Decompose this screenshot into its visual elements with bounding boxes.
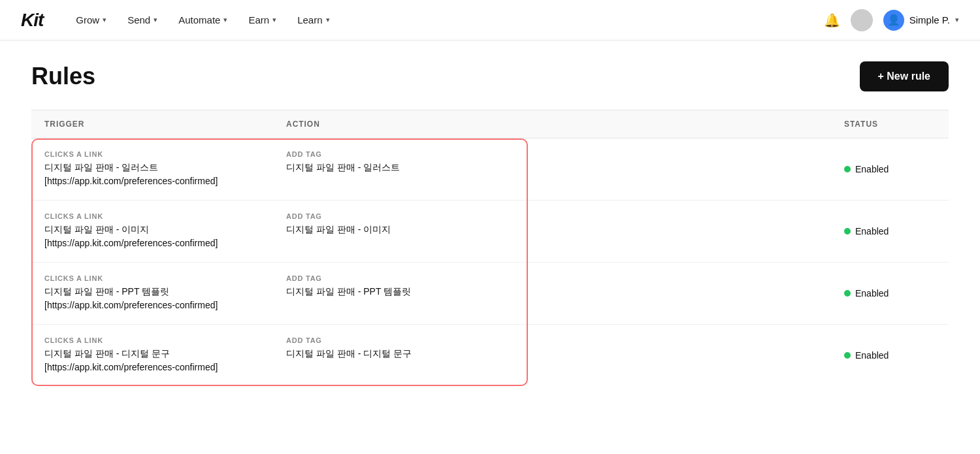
user-chevron-icon: ▾ — [955, 16, 959, 24]
spacer-cell — [528, 325, 831, 386]
nav-item-automate[interactable]: Automate ▾ — [169, 9, 237, 31]
spacer-cell — [528, 138, 831, 200]
nav-learn-label: Learn — [297, 14, 322, 25]
trigger-cell: CLICKS A LINK 디지털 파일 판매 - PPT 템플릿 [https… — [31, 263, 273, 324]
status-cell: Enabled — [831, 201, 949, 262]
nav-item-grow[interactable]: Grow ▾ — [67, 9, 116, 31]
status-text: Enabled — [855, 288, 889, 299]
status-dot — [844, 166, 851, 172]
trigger-cell: CLICKS A LINK 디지털 파일 판매 - 일러스트 [https://… — [31, 138, 273, 200]
chevron-down-icon: ▾ — [223, 16, 227, 24]
action-label: ADD TAG — [286, 274, 515, 282]
chevron-down-icon: ▾ — [103, 16, 106, 24]
nav-item-learn[interactable]: Learn ▾ — [288, 9, 338, 31]
trigger-cell: CLICKS A LINK 디지털 파일 판매 - 디지털 문구 [https:… — [31, 325, 273, 386]
status-cell: Enabled — [831, 138, 949, 200]
trigger-label: CLICKS A LINK — [44, 150, 260, 158]
table-row[interactable]: CLICKS A LINK 디지털 파일 판매 - 일러스트 [https://… — [31, 138, 949, 201]
action-value: 디지털 파일 판매 - 디지털 문구 — [286, 347, 515, 361]
action-cell: ADD TAG 디지털 파일 판매 - PPT 템플릿 — [273, 263, 528, 324]
status-text: Enabled — [855, 350, 889, 361]
status-text: Enabled — [855, 164, 889, 174]
spacer-cell — [528, 263, 831, 324]
navbar: Kit Grow ▾ Send ▾ Automate ▾ Earn ▾ Lear… — [0, 0, 980, 41]
page-header: Rules + New rule — [31, 61, 949, 91]
status-text: Enabled — [855, 226, 889, 236]
trigger-value: 디지털 파일 판매 - 디지털 문구 [https://app.kit.com/… — [44, 347, 260, 374]
new-rule-button[interactable]: + New rule — [860, 61, 949, 91]
table-body: CLICKS A LINK 디지털 파일 판매 - 일러스트 [https://… — [31, 138, 949, 386]
chevron-down-icon: ▾ — [326, 16, 330, 24]
user-name: Simple P. — [909, 14, 950, 25]
trigger-value: 디지털 파일 판매 - 일러스트 [https://app.kit.com/pr… — [44, 161, 260, 188]
nav-automate-label: Automate — [178, 14, 220, 25]
table-header: TRIGGER ACTION STATUS — [31, 110, 949, 138]
status-badge: Enabled — [844, 288, 889, 299]
status-dot — [844, 228, 851, 235]
table-row[interactable]: CLICKS A LINK 디지털 파일 판매 - 디지털 문구 [https:… — [31, 325, 949, 386]
status-badge: Enabled — [844, 164, 889, 174]
status-dot — [844, 352, 851, 359]
action-value: 디지털 파일 판매 - 일러스트 — [286, 161, 515, 174]
user-menu[interactable]: 👤 Simple P. ▾ — [883, 10, 959, 31]
page-title: Rules — [31, 63, 95, 90]
action-label: ADD TAG — [286, 212, 515, 220]
page-content: Rules + New rule TRIGGER ACTION STATUS C… — [0, 41, 980, 407]
trigger-label: CLICKS A LINK — [44, 336, 260, 344]
nav-right: 🔔 👤 Simple P. ▾ — [824, 9, 959, 31]
action-label: ADD TAG — [286, 150, 515, 158]
trigger-value: 디지털 파일 판매 - 이미지 [https://app.kit.com/pre… — [44, 223, 260, 250]
status-cell: Enabled — [831, 263, 949, 324]
rules-layout: TRIGGER ACTION STATUS CLICKS A LINK 디지털 … — [31, 110, 949, 386]
trigger-label: CLICKS A LINK — [44, 212, 260, 220]
th-spacer — [528, 110, 831, 138]
trigger-value: 디지털 파일 판매 - PPT 템플릿 [https://app.kit.com… — [44, 285, 260, 312]
status-cell: Enabled — [831, 325, 949, 386]
avatar-circle — [851, 9, 873, 31]
table-row[interactable]: CLICKS A LINK 디지털 파일 판매 - 이미지 [https://a… — [31, 201, 949, 263]
user-icon: 👤 — [883, 10, 904, 31]
bell-icon[interactable]: 🔔 — [824, 12, 840, 28]
action-cell: ADD TAG 디지털 파일 판매 - 일러스트 — [273, 138, 528, 200]
nav-send-label: Send — [127, 14, 150, 25]
nav-items: Grow ▾ Send ▾ Automate ▾ Earn ▾ Learn ▾ — [67, 9, 823, 31]
status-badge: Enabled — [844, 226, 889, 236]
status-dot — [844, 290, 851, 297]
th-trigger: TRIGGER — [31, 110, 273, 138]
nav-item-earn[interactable]: Earn ▾ — [239, 9, 286, 31]
table-row[interactable]: CLICKS A LINK 디지털 파일 판매 - PPT 템플릿 [https… — [31, 263, 949, 325]
trigger-label: CLICKS A LINK — [44, 274, 260, 282]
action-label: ADD TAG — [286, 336, 515, 344]
trigger-cell: CLICKS A LINK 디지털 파일 판매 - 이미지 [https://a… — [31, 201, 273, 262]
nav-grow-label: Grow — [76, 14, 99, 25]
action-value: 디지털 파일 판매 - 이미지 — [286, 223, 515, 236]
action-value: 디지털 파일 판매 - PPT 템플릿 — [286, 285, 515, 299]
action-cell: ADD TAG 디지털 파일 판매 - 디지털 문구 — [273, 325, 528, 386]
action-cell: ADD TAG 디지털 파일 판매 - 이미지 — [273, 201, 528, 262]
spacer-cell — [528, 201, 831, 262]
logo[interactable]: Kit — [21, 10, 43, 31]
th-action: ACTION — [273, 110, 528, 138]
status-badge: Enabled — [844, 350, 889, 361]
nav-item-send[interactable]: Send ▾ — [118, 9, 167, 31]
nav-earn-label: Earn — [248, 14, 269, 25]
chevron-down-icon: ▾ — [272, 16, 276, 24]
chevron-down-icon: ▾ — [154, 16, 157, 24]
th-status: STATUS — [831, 110, 949, 138]
